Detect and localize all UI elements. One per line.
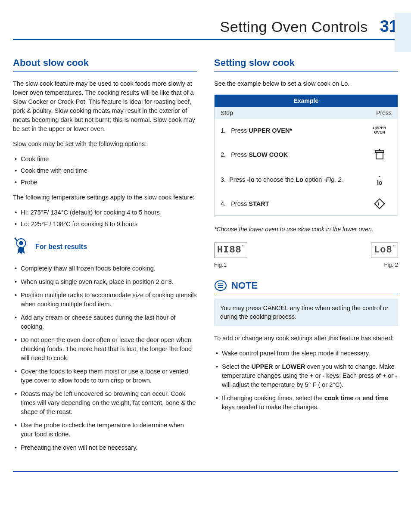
lo-button-icon: lo	[377, 179, 382, 186]
note-body: You may press CANCEL any time when setti…	[214, 299, 398, 327]
svg-rect-5	[375, 199, 385, 209]
table-row: 1. Press UPPER OVEN* UPPER OVEN	[215, 119, 398, 142]
step-bold: SLOW COOK	[249, 151, 288, 158]
step-mid: to choose the	[255, 176, 296, 183]
page-edge-strip	[395, 13, 411, 52]
t: will adjust the temperature by 5° F ( or…	[222, 381, 343, 388]
fig1-display: HI88°	[214, 243, 247, 258]
after-item: If changing cooking times, select the co…	[216, 394, 398, 412]
example-table: Example Step Press 1. Press UPPER OVEN* …	[214, 94, 398, 216]
t: cook time	[324, 395, 354, 401]
col-press: Press	[376, 109, 392, 116]
about-slow-cook-heading: About slow cook	[13, 57, 197, 72]
ribbon-icon	[13, 236, 29, 257]
t: +	[383, 372, 386, 379]
step-num: 3.	[221, 176, 226, 183]
step-num: 1.	[221, 127, 226, 134]
table-row: 2. Press SLOW COOK	[215, 142, 398, 167]
setting-intro: See the example below to set a slow cook…	[214, 79, 398, 88]
step-prefix: Press	[231, 151, 249, 158]
t: keys needed to make the changes.	[222, 404, 319, 411]
temp-item: Lo: 225°F / 108°C for cooking 8 to 9 hou…	[15, 220, 197, 229]
best-result-item: When using a single oven rack, place in …	[15, 277, 197, 286]
display-text: Lo8	[374, 245, 392, 255]
step-bold: START	[249, 200, 269, 207]
step-suffix: option	[303, 176, 324, 183]
page-header: Setting Oven Controls 31	[13, 17, 398, 40]
best-result-item: Completely thaw all frozen foods before …	[15, 264, 197, 273]
t: -	[395, 372, 397, 379]
step-prefix: Press	[231, 127, 249, 134]
after-intro: To add or change any cook settings after…	[214, 334, 398, 343]
after-item: Select the UPPER or LOWER oven you wish …	[216, 362, 398, 389]
t: Select the	[222, 363, 252, 370]
option-item: Cook time	[15, 155, 197, 164]
best-result-item: Preheating the oven will not be necessar…	[15, 443, 197, 452]
btn-line: UPPER	[373, 126, 386, 130]
best-result-item: Use the probe to check the temperature t…	[15, 421, 197, 439]
upper-oven-button-icon: UPPER OVEN	[373, 126, 386, 135]
col-step: Step	[221, 109, 233, 116]
setting-slow-cook-heading: Setting slow cook	[214, 57, 398, 72]
table-row: 4. Press START	[215, 192, 398, 215]
fig2-label: Fig. 2	[371, 261, 398, 268]
best-result-item: Cover the foods to keep them moist or us…	[15, 367, 197, 385]
best-result-item: Roasts may be left uncovered so browning…	[15, 389, 197, 417]
t: end time	[362, 395, 388, 401]
display-text: HI88	[217, 245, 242, 255]
step-num: 2.	[221, 151, 226, 158]
option-item: Cook time with end time	[15, 166, 197, 175]
slow-cook-icon	[374, 148, 386, 161]
table-row: 3. Press -lo to choose the Lo option -Fi…	[215, 167, 398, 192]
after-item: Wake control panel from the sleep mode i…	[216, 349, 398, 358]
minus-icon: -	[379, 173, 380, 179]
fig1-label: Fig.1	[214, 261, 247, 268]
best-results-heading: For best results	[35, 243, 87, 251]
options-intro: Slow cook may be set with the following …	[13, 140, 197, 149]
table-title: Example	[215, 95, 398, 107]
t: UPPER	[252, 363, 273, 370]
t: or	[386, 372, 395, 379]
right-column: Setting slow cook See the example below …	[214, 57, 398, 458]
footnote: *Choose the lower oven to use slow cook …	[214, 225, 398, 234]
svg-point-1	[19, 241, 23, 246]
footer-divider	[13, 471, 398, 472]
t: If changing cooking times, select the	[222, 395, 324, 401]
svg-point-2	[379, 149, 380, 150]
note-icon	[214, 280, 227, 291]
best-result-item: Do not open the oven door often or leave…	[15, 336, 197, 363]
step-bold: Lo	[296, 176, 303, 183]
step-italic: -Fig. 2.	[324, 176, 343, 183]
temps-intro: The following temperature settings apply…	[13, 193, 197, 202]
temp-item: HI: 275°F/ 134°C (default) for cooking 4…	[15, 208, 197, 217]
start-icon	[374, 198, 385, 209]
page-title: Setting Oven Controls	[220, 19, 368, 35]
t: keys. Each press of	[324, 372, 383, 379]
option-item: Probe	[15, 178, 197, 187]
step-bold: UPPER OVEN*	[249, 127, 292, 134]
intro-paragraph: The slow cook feature may be used to coo…	[13, 79, 197, 134]
best-result-item: Position multiple racks to accommodate s…	[15, 291, 197, 309]
svg-rect-3	[376, 152, 383, 159]
t: or	[273, 363, 282, 370]
step-prefix: Press	[231, 200, 249, 207]
step-prefix: Press	[229, 176, 247, 183]
note-heading: NOTE	[231, 280, 258, 291]
t: or	[353, 395, 362, 401]
btn-line: OVEN	[374, 130, 385, 134]
fig2-display: Lo8°	[371, 243, 398, 258]
step-bold: -lo	[247, 176, 255, 183]
t: LOWER	[282, 363, 305, 370]
t: or	[313, 372, 322, 379]
step-num: 4.	[221, 200, 226, 207]
best-result-item: Add any cream or cheese sauces during th…	[15, 313, 197, 331]
left-column: About slow cook The slow cook feature ma…	[13, 57, 197, 458]
